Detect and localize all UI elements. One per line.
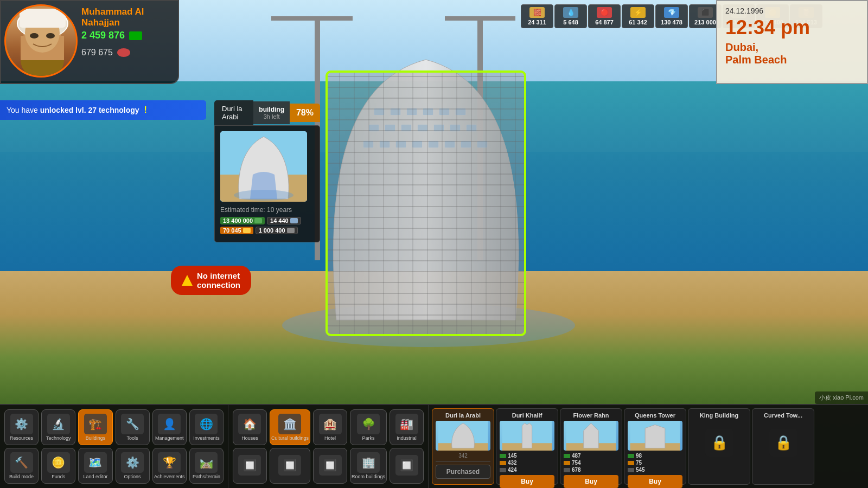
notification-text: You have unlocked lvl. 27 technology ! bbox=[7, 105, 147, 115]
shop-item-image bbox=[500, 421, 554, 451]
money-value: 2 459 876 bbox=[81, 30, 125, 41]
player-money: 2 459 876 bbox=[81, 30, 142, 41]
resource-bar-1: 13 400 000 bbox=[220, 217, 265, 224]
resource-item-2: 🔴64 877 bbox=[588, 4, 621, 28]
building-header: Duri la Arabi building 3h left 78% bbox=[214, 100, 320, 125]
shop-item-duri-khalif[interactable]: Duri Khalif145432424Buy bbox=[496, 408, 558, 485]
shop-panel: Duri la Arabi342PurchasedDuri Khalif1454… bbox=[429, 405, 868, 488]
player-followers: 679 675 bbox=[81, 48, 130, 57]
toolbar-mid-room-buildings[interactable]: 🏢Room buildings bbox=[350, 448, 387, 484]
resource-bar-3: 70 045 bbox=[220, 227, 253, 234]
no-internet-banner: No internetconnection bbox=[171, 266, 251, 295]
toolbar-left-achievements[interactable]: 🏆Achievements bbox=[152, 448, 187, 484]
shop-item-curved-tow...[interactable]: Curved Tow...🔒 bbox=[752, 408, 814, 485]
shop-item-image bbox=[564, 421, 618, 451]
toolbar-mid-5[interactable]: 🔲 bbox=[233, 448, 267, 484]
toolbar-mid-9[interactable]: 🔲 bbox=[390, 448, 424, 484]
watermark: 小皮 xiao Pi.com bbox=[815, 391, 868, 404]
svg-rect-29 bbox=[20, 9, 66, 28]
resource-bar: 🧱24 311💧5 648🔴64 877⚡61 342💎130 478⬛213 … bbox=[521, 0, 705, 33]
building-card: Estimated time: 10 years 13 400 000 14 4… bbox=[214, 125, 320, 242]
shop-item-image bbox=[628, 421, 682, 451]
purchased-button: Purchased bbox=[436, 465, 490, 479]
clock-time: 12:34 pm bbox=[725, 17, 859, 38]
res-icon-4 bbox=[287, 228, 295, 233]
avatar bbox=[4, 4, 78, 78]
bottom-toolbar: ⚙️Resources🔬Technology🏗️Buildings🔧Tools👤… bbox=[0, 404, 868, 488]
toolbar-mid-cultural-buildings[interactable]: 🏛️Cultural buildings bbox=[270, 409, 310, 445]
clock-location: Dubai, Palm Beach bbox=[725, 41, 859, 66]
building-thumbnail bbox=[220, 131, 307, 202]
toolbar-mid-houses[interactable]: 🏠Houses bbox=[233, 409, 267, 445]
res-icon-3 bbox=[243, 228, 251, 233]
toolbar-left-investments[interactable]: 🌐Investments bbox=[189, 409, 224, 445]
shop-item-flower-rahn[interactable]: Flower Rahn487754678Buy bbox=[560, 408, 622, 485]
player-name: Muhammad Al Nahajjan bbox=[81, 7, 179, 28]
toolbar-mid-industrial[interactable]: 🏭Industrial bbox=[390, 409, 424, 445]
clock-date: 24.12.1996 bbox=[725, 7, 859, 15]
toolbar-left-tools[interactable]: 🔧Tools bbox=[116, 409, 150, 445]
shop-item-king-building[interactable]: King Building🔒 bbox=[688, 408, 750, 485]
resource-item-4: 💎130 478 bbox=[655, 4, 688, 28]
resource-row-1: 13 400 000 14 440 bbox=[220, 217, 314, 224]
no-internet-text: No internetconnection bbox=[197, 271, 240, 290]
clock-panel: 24.12.1996 12:34 pm Dubai, Palm Beach bbox=[716, 0, 868, 84]
left-toolbar: ⚙️Resources🔬Technology🏗️Buildings🔧Tools👤… bbox=[0, 405, 228, 488]
warning-icon bbox=[182, 275, 193, 286]
followers-icon bbox=[117, 48, 130, 57]
toolbar-left-resources[interactable]: ⚙️Resources bbox=[4, 409, 39, 445]
building-card-panel: Duri la Arabi building 3h left 78% Estim… bbox=[214, 100, 320, 242]
res-icon-1 bbox=[254, 218, 262, 223]
crane-arm-left bbox=[271, 16, 353, 21]
player-panel: Muhammad Al Nahajjan 2 459 876 679 675 bbox=[0, 0, 179, 84]
toolbar-mid-hotel[interactable]: 🏨Hotel bbox=[313, 409, 347, 445]
shop-item-queens-tower[interactable]: Queens Tower9875545Buy bbox=[624, 408, 686, 485]
buy-button[interactable]: Buy bbox=[628, 475, 682, 488]
resource-bar-2: 14 440 bbox=[267, 217, 301, 224]
toolbar-left-buildings[interactable]: 🏗️Buildings bbox=[78, 409, 112, 445]
resource-item-1: 💧5 648 bbox=[554, 4, 587, 28]
money-icon bbox=[129, 31, 142, 40]
building-name-tab: Duri la Arabi bbox=[214, 100, 253, 125]
resource-item-0: 🧱24 311 bbox=[521, 4, 553, 28]
followers-value: 679 675 bbox=[81, 48, 113, 57]
lock-icon: 🔒 bbox=[692, 421, 746, 464]
resource-row-2: 70 045 1 000 400 bbox=[220, 227, 314, 234]
resource-bar-4: 1 000 400 bbox=[256, 227, 298, 234]
notification-bar: You have unlocked lvl. 27 technology ! bbox=[0, 100, 206, 120]
resource-item-3: ⚡61 342 bbox=[622, 4, 654, 28]
building-time: Estimated time: 10 years bbox=[220, 206, 314, 214]
toolbar-left-technology[interactable]: 🔬Technology bbox=[41, 409, 75, 445]
avatar-face bbox=[6, 6, 76, 76]
lock-icon: 🔒 bbox=[756, 421, 810, 464]
toolbar-left-paths-terrain[interactable]: 🛤️Paths/terrain bbox=[189, 448, 224, 484]
buy-button[interactable]: Buy bbox=[500, 475, 554, 488]
shop-item-duri-la-arabi[interactable]: Duri la Arabi342Purchased bbox=[432, 408, 494, 485]
middle-toolbar: 🏠Houses🏛️Cultural buildings🏨Hotel🌳Parks🏭… bbox=[228, 405, 429, 488]
svg-point-27 bbox=[30, 33, 39, 38]
scaffold bbox=[326, 70, 526, 336]
building-status-tab: building 3h left bbox=[253, 101, 290, 124]
shop-item-image bbox=[436, 421, 490, 451]
buy-button[interactable]: Buy bbox=[564, 475, 618, 488]
res-icon-2 bbox=[290, 218, 298, 223]
svg-point-28 bbox=[46, 33, 55, 38]
toolbar-left-build mode[interactable]: 🔨Build mode bbox=[4, 448, 39, 484]
crane-arm-right bbox=[445, 16, 515, 21]
toolbar-left-management[interactable]: 👤Management bbox=[152, 409, 187, 445]
building-progress-tab: 78% bbox=[290, 104, 320, 122]
toolbar-left-funds[interactable]: 🪙Funds bbox=[41, 448, 75, 484]
toolbar-left-options[interactable]: ⚙️Options bbox=[116, 448, 150, 484]
toolbar-mid-6[interactable]: 🔲 bbox=[270, 448, 310, 484]
toolbar-mid-7[interactable]: 🔲 bbox=[313, 448, 347, 484]
toolbar-left-land editor[interactable]: 🗺️Land editor bbox=[78, 448, 112, 484]
toolbar-mid-parks[interactable]: 🌳Parks bbox=[350, 409, 387, 445]
